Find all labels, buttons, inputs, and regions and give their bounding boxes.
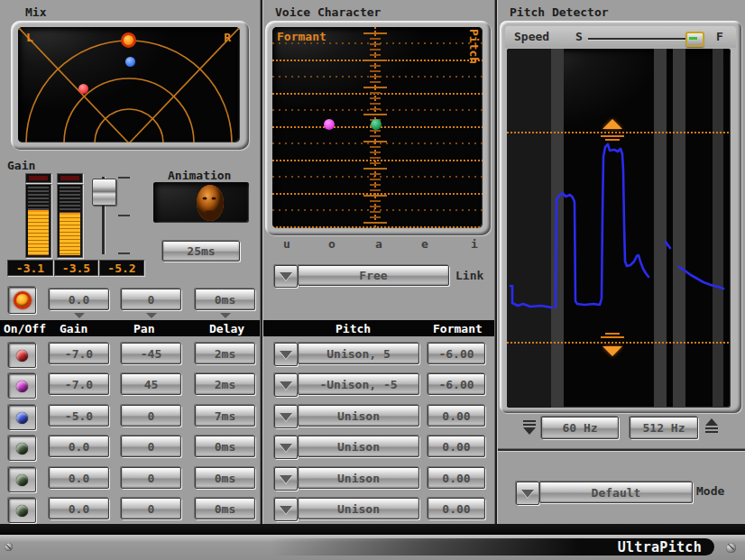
voice5-gain[interactable]: 0.0 (49, 467, 109, 489)
master-delay-value[interactable]: 0ms (195, 289, 255, 310)
formant1-value[interactable]: -6.00 (428, 343, 485, 364)
screw-icon (5, 543, 13, 551)
mix-dot-voice2[interactable] (173, 84, 183, 94)
vc-mode-dropdown-button[interactable] (274, 265, 298, 288)
mode-dropdown-button[interactable] (516, 482, 539, 505)
voice-character-bezel: Formant Pitch (265, 21, 491, 235)
pitch4-dropdown-button[interactable] (274, 436, 298, 459)
low-range-marker-icon[interactable] (602, 346, 622, 356)
low-freq-button[interactable]: 60 Hz (541, 417, 619, 439)
mix-dot-voice1[interactable] (78, 84, 88, 94)
formant2-value[interactable]: -6.00 (428, 373, 485, 395)
dropdown-arrow-icon (280, 272, 292, 280)
vc-dot-voice4[interactable] (371, 119, 382, 130)
vc-dot-voice2[interactable] (324, 119, 335, 130)
dropdown-arrow-icon (280, 506, 292, 514)
voice6-onoff-button[interactable] (8, 498, 36, 523)
pitch6-interval[interactable]: Unison (298, 498, 419, 519)
voice2-led-icon (16, 381, 28, 392)
vc-mode-value[interactable]: Free (298, 265, 449, 286)
pitch5-dropdown-button[interactable] (274, 467, 298, 491)
low-limit-marker-icon[interactable] (523, 420, 536, 435)
animation-speed-button[interactable]: 25ms (162, 241, 240, 262)
vowel-e: e (421, 237, 428, 251)
pitch2-interval[interactable]: -Unison, -5 (298, 373, 419, 395)
voice2-delay[interactable]: 2ms (195, 373, 255, 395)
voice5-delay[interactable]: 0ms (195, 467, 255, 489)
voice6-gain[interactable]: 0.0 (49, 498, 109, 519)
voice4-led-icon (16, 443, 28, 454)
pitch3-dropdown-button[interactable] (274, 405, 298, 428)
gain-fader-handle[interactable] (92, 179, 116, 206)
voice1-led-icon (16, 350, 28, 362)
pitch-detector-bezel: Speed S F (500, 21, 741, 413)
high-range-line[interactable] (507, 132, 731, 133)
voice2-gain[interactable]: -7.0 (49, 373, 109, 395)
brand-plate: UltraPitch (271, 538, 714, 555)
voice4-pan[interactable]: 0 (121, 436, 181, 457)
voices-table-header: On/Off Gain Pan Delay (0, 320, 261, 336)
formant5-value[interactable]: 0.00 (428, 467, 485, 489)
master-gain-value[interactable]: 0.0 (49, 289, 109, 310)
voice5-onoff-button[interactable] (8, 467, 36, 492)
pitch4-interval[interactable]: Unison (298, 436, 419, 457)
voice3-onoff-button[interactable] (8, 405, 36, 430)
header-delay: Delay (209, 322, 244, 335)
voice6-pan[interactable]: 0 (121, 498, 181, 519)
pitch3-interval[interactable]: Unison (298, 405, 419, 427)
mode-section-divider (498, 448, 745, 452)
pitch6-dropdown-button[interactable] (274, 498, 298, 521)
voice4-onoff-button[interactable] (8, 436, 36, 461)
voice6-delay[interactable]: 0ms (195, 498, 255, 519)
master-pan-value[interactable]: 0 (121, 289, 181, 310)
voice2-onoff-button[interactable] (8, 373, 36, 399)
low-range-line[interactable] (507, 342, 731, 344)
pitch1-dropdown-button[interactable] (274, 343, 298, 366)
footer-top-strip (0, 524, 745, 535)
voice3-delay[interactable]: 7ms (195, 405, 255, 427)
animation-panel-title: Animation (168, 169, 231, 182)
mix-dot-voice3[interactable] (125, 57, 135, 67)
voice5-pan[interactable]: 0 (121, 467, 181, 489)
voice4-delay[interactable]: 0ms (195, 436, 255, 457)
voice4-gain[interactable]: 0.0 (49, 436, 109, 457)
vowel-i: i (471, 237, 478, 251)
formant-axis-label: Formant (277, 30, 327, 43)
speed-slider-track[interactable] (588, 38, 694, 40)
speed-slow-label: S (575, 30, 583, 43)
voice1-gain[interactable]: -7.0 (49, 343, 109, 364)
voice2-pan[interactable]: 45 (121, 373, 181, 395)
mix-right-label: R (224, 31, 231, 44)
dropdown-arrow-icon (521, 490, 534, 498)
formant4-value[interactable]: 0.00 (428, 436, 485, 457)
mix-dot-master[interactable] (121, 32, 136, 48)
dropdown-arrow-icon (280, 351, 292, 359)
vowel-u: u (283, 237, 290, 251)
dropdown-arrow-icon (280, 413, 292, 421)
animation-display (153, 182, 249, 223)
voice1-delay[interactable]: 2ms (195, 343, 255, 364)
speed-label: Speed (514, 30, 549, 43)
speed-slider-handle[interactable] (685, 32, 704, 47)
pitch2-dropdown-button[interactable] (274, 373, 298, 397)
voice1-onoff-button[interactable] (8, 343, 36, 368)
master-onoff-button[interactable] (8, 287, 36, 314)
voice3-pan[interactable]: 0 (121, 405, 181, 427)
formant6-value[interactable]: 0.00 (428, 498, 485, 519)
formant3-value[interactable]: 0.00 (428, 405, 485, 427)
mode-value[interactable]: Default (539, 482, 693, 503)
meter2-clip (57, 173, 83, 183)
mix-display: L R (18, 27, 240, 142)
high-range-marker-bar (605, 139, 620, 141)
pitch1-interval[interactable]: Unison, 5 (298, 343, 419, 364)
voice3-gain[interactable]: -5.0 (49, 405, 109, 427)
pitch5-interval[interactable]: Unison (298, 467, 419, 489)
mix-display-bezel: L R (11, 21, 249, 150)
mix-panel-title: Mix (25, 5, 46, 19)
high-limit-marker-icon[interactable] (705, 418, 718, 433)
voice-character-title: Voice Character (275, 5, 381, 19)
fader-tick-mid (118, 215, 130, 216)
high-freq-button[interactable]: 512 Hz (630, 417, 698, 439)
high-range-marker-icon[interactable] (602, 119, 622, 129)
voice1-pan[interactable]: -45 (121, 343, 181, 364)
